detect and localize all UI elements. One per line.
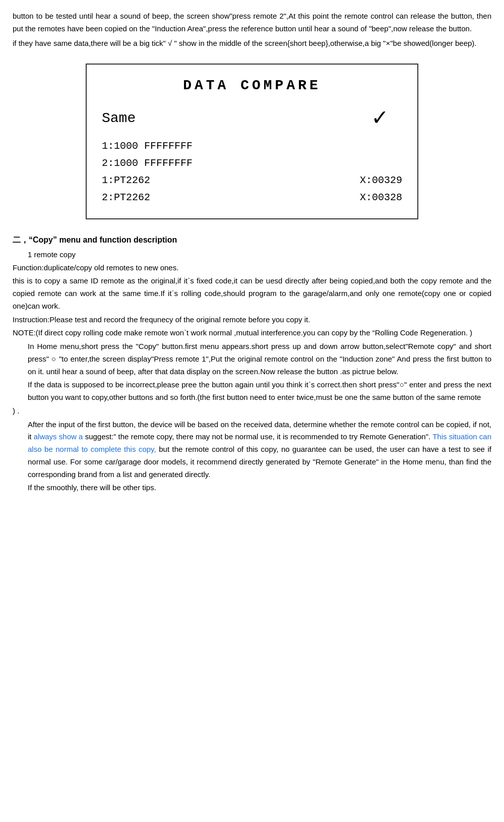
screen-row4-right: X:00328 bbox=[360, 189, 402, 206]
section2-para4-2: suggest:” the remote copy, there may not… bbox=[85, 432, 433, 441]
section2-para2: In Home menu,short press the "Copy" butt… bbox=[28, 340, 491, 378]
screen-row2-left: 2:1000 FFFFFFFF bbox=[102, 155, 193, 172]
section2-para3b: ) . bbox=[13, 405, 491, 418]
screen-checkmark: ✓ bbox=[372, 106, 387, 131]
screen-row3: 1:PT2262 X:00329 bbox=[102, 172, 402, 189]
page-content: button to be tested until hear a sound o… bbox=[13, 10, 491, 494]
screen-same-row: Same ✓ bbox=[102, 106, 402, 131]
screen-row3-right: X:00329 bbox=[360, 172, 402, 189]
section2-heading: 二，“Copy” menu and function description bbox=[13, 233, 491, 247]
data-compare-screen: DATA COMPARE Same ✓ 1:1000 FFFFFFFF 2:10… bbox=[86, 64, 418, 219]
screen-row4: 2:PT2262 X:00328 bbox=[102, 189, 402, 206]
section2-instruction: Instruction:Please test and record the f… bbox=[13, 314, 491, 326]
section2-para1: this is to copy a same ID remote as the … bbox=[13, 275, 491, 312]
section2-note: NOTE:(If direct copy rolling code make r… bbox=[13, 327, 491, 339]
screen-row1-left: 1:1000 FFFFFFFF bbox=[102, 138, 193, 155]
screen-row4-left: 2:PT2262 bbox=[102, 189, 150, 206]
section2-sub1: 1 remote copy bbox=[28, 249, 491, 261]
section2-para3: If the data is supposed to be incorrect,… bbox=[28, 379, 491, 404]
screen-row2: 2:1000 FFFFFFFF bbox=[102, 155, 402, 172]
section2-para4: After the input of the first button, the… bbox=[28, 419, 491, 481]
screen-title: DATA COMPARE bbox=[102, 75, 402, 97]
screen-data: 1:1000 FFFFFFFF 2:1000 FFFFFFFF 1:PT2262… bbox=[102, 138, 402, 206]
section2-function: Function:duplicate/copy old remotes to n… bbox=[13, 262, 491, 274]
section2-para4-blue: always show a bbox=[34, 432, 85, 441]
screen-same-label: Same bbox=[102, 107, 136, 130]
screen-row1: 1:1000 FFFFFFFF bbox=[102, 138, 402, 155]
screen-row3-left: 1:PT2262 bbox=[102, 172, 150, 189]
section2-para3-text: If the data is supposed to be incorrect,… bbox=[28, 380, 491, 401]
intro-para1: button to be tested until hear a sound o… bbox=[13, 10, 491, 35]
intro-para2: if they have same data,there will be a b… bbox=[13, 37, 491, 50]
section2-para5: If the smoothly, there will be other tip… bbox=[28, 482, 491, 494]
